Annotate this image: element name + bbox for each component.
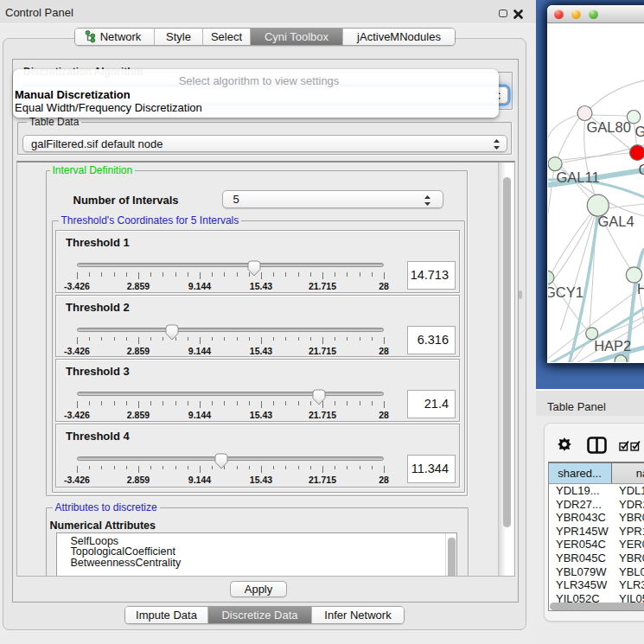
float-panel-icon[interactable]	[499, 10, 507, 17]
scroll-area-scrollbar[interactable]	[498, 163, 514, 577]
scroll-area-scrollbar-thumb[interactable]	[503, 177, 511, 527]
slider-major-tick	[322, 337, 323, 344]
slider-tick-label: 2.859	[127, 410, 150, 420]
slider-minor-tick	[310, 272, 311, 277]
slider-minor-tick	[101, 466, 102, 470]
table-panel-card: shared...name YDL19...YDL19YDR27...YDR27…	[544, 423, 644, 622]
slider-major-tick	[200, 466, 201, 473]
slider-track[interactable]	[77, 392, 384, 396]
table-row[interactable]: YBL079WYBL07	[549, 565, 644, 579]
network-node[interactable]	[615, 355, 627, 362]
number-of-intervals-combobox[interactable]: 5	[222, 190, 443, 208]
control-panel-tabs: NetworkStyleSelectCyni ToolboxjActiveMNo…	[74, 28, 456, 46]
zoom-traffic-light-icon[interactable]	[589, 10, 599, 20]
table-header-row: shared...name	[549, 463, 644, 484]
table-row[interactable]: YPR145WYPR14	[549, 525, 644, 539]
table-column-header[interactable]: shared...	[549, 463, 612, 484]
slider-minor-tick	[212, 272, 213, 277]
slider-minor-tick	[163, 272, 163, 277]
list-scrollbar-thumb[interactable]	[448, 538, 456, 577]
slider-minor-tick	[224, 337, 225, 341]
bottom-tab-infer-network[interactable]: Infer Network	[312, 607, 404, 623]
slider-minor-tick	[175, 466, 176, 470]
table-cell: YLR345W	[549, 578, 612, 592]
attribute-list-items: SelfLoopsTopologicalCoefficientBetweenne…	[57, 533, 456, 569]
tab-cyni-toolbox[interactable]: Cyni Toolbox	[251, 29, 343, 45]
slider-minor-tick	[372, 401, 373, 405]
tab-select[interactable]: Select	[203, 29, 251, 45]
threshold-value-field[interactable]: 11.344	[407, 455, 456, 483]
numerical-attributes-list[interactable]: SelfLoopsTopologicalCoefficientBetweenne…	[56, 532, 457, 577]
apply-button[interactable]: Apply	[230, 581, 287, 597]
table-cell: YBL07	[612, 565, 644, 579]
slider-tick-label: 21.715	[309, 281, 336, 291]
table-row[interactable]: YER054CYER05	[549, 538, 644, 552]
bottom-tab-discretize-data[interactable]: Discretize Data	[208, 607, 312, 623]
table-column-header[interactable]: name	[612, 463, 644, 484]
panel-dock-handle[interactable]	[519, 290, 522, 299]
check-all-icon-2[interactable]	[630, 441, 641, 451]
slider-minor-tick	[89, 272, 90, 277]
table-data-combobox[interactable]: galFiltered.sif default node	[22, 135, 507, 152]
slider-major-tick	[384, 401, 385, 408]
threshold-label: Threshold 4	[66, 430, 130, 443]
table-cell: YER054C	[549, 538, 612, 552]
threshold-value-field[interactable]: 21.4	[407, 390, 456, 418]
slider-minor-tick	[114, 466, 115, 470]
table-row[interactable]: YDR27...YDR27	[549, 498, 644, 512]
algorithm-popup-item[interactable]: Equal Width/Frequency Discretization	[15, 101, 202, 114]
tab-label: Network	[100, 30, 142, 43]
list-scrollbar[interactable]	[445, 533, 456, 577]
slider-thumb[interactable]	[214, 453, 228, 469]
slider-thumb[interactable]	[247, 260, 261, 277]
minimize-traffic-light-icon[interactable]	[571, 10, 582, 20]
slider-minor-tick	[372, 272, 373, 277]
control-panel-title: Control Panel	[5, 6, 73, 19]
table-horizontal-scrollbar[interactable]	[550, 603, 644, 610]
attribute-list-item[interactable]: TopologicalCoefficient	[57, 546, 456, 558]
tab-jactivemnodules[interactable]: jActiveMNodules	[343, 29, 455, 45]
slider-tick-label: 15.43	[250, 281, 272, 291]
network-node[interactable]	[629, 145, 644, 161]
combo-stepper-icon	[423, 193, 432, 207]
table-row[interactable]: YBR043CYBR04	[549, 511, 644, 525]
slider-minor-tick	[89, 466, 90, 470]
slider-minor-tick	[126, 401, 127, 405]
tab-network[interactable]: Network	[75, 29, 155, 45]
algorithm-popup-item[interactable]: Manual Discretization	[15, 88, 131, 101]
network-edge	[558, 118, 578, 157]
slider-minor-tick	[360, 466, 360, 470]
network-node-label: GCY1	[548, 284, 583, 300]
slider-thumb[interactable]	[165, 324, 179, 341]
close-panel-icon[interactable]	[513, 8, 524, 19]
table-row[interactable]: YDL19...YDL19	[549, 484, 644, 498]
slider-minor-tick	[126, 272, 127, 277]
slider-tick-label: 21.715	[309, 410, 336, 420]
slider-track[interactable]	[77, 456, 384, 461]
slider-minor-tick	[101, 401, 102, 405]
threshold-panel: Threshold 3-3.4262.8599.14415.4321.71528…	[55, 359, 460, 422]
threshold-value-field[interactable]: 14.713	[407, 261, 456, 290]
bottom-tab-impute-data[interactable]: Impute Data	[125, 607, 208, 623]
table-row[interactable]: YLR345WYLR34	[549, 578, 644, 592]
attribute-list-item[interactable]: BetweennessCentrality	[57, 558, 456, 569]
slider-minor-tick	[298, 401, 299, 405]
close-traffic-light-icon[interactable]	[554, 10, 564, 20]
table-row[interactable]: YBR045CYBR04	[549, 552, 644, 565]
slider-thumb[interactable]	[312, 389, 326, 405]
gear-icon[interactable]	[558, 437, 571, 451]
node-table: shared...name YDL19...YDL19YDR27...YDR27…	[548, 462, 644, 611]
slider-track[interactable]	[77, 263, 384, 267]
slider-minor-tick	[114, 272, 115, 277]
table-panel-title: Table Panel	[547, 400, 606, 413]
tab-style[interactable]: Style	[155, 29, 203, 45]
slider-track[interactable]	[77, 328, 384, 332]
threshold-value-field[interactable]: 6.316	[407, 326, 456, 354]
slider-tick-label: 28	[379, 410, 389, 420]
network-node-label: C	[638, 162, 644, 177]
check-all-icon[interactable]	[619, 441, 630, 451]
network-canvas[interactable]: GAL80GACGAL11GAL4GCY1HHAP2	[548, 23, 644, 362]
slider-major-tick	[384, 466, 385, 473]
slider-major-tick	[138, 272, 139, 279]
column-layout-icon[interactable]	[587, 437, 607, 454]
